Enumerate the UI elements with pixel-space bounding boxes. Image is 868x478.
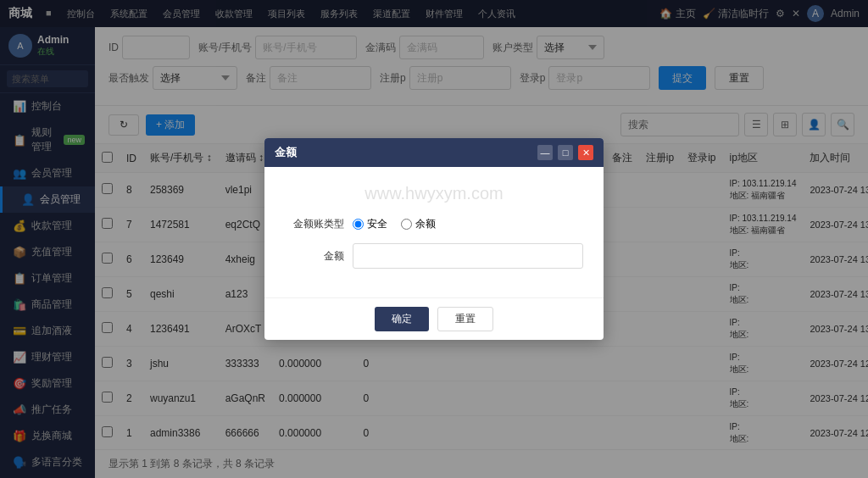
modal-watermark: www.hwyxym.com [285, 184, 583, 203]
modal-close-button[interactable]: ✕ [578, 145, 593, 160]
radio-balance-label: 余额 [415, 217, 436, 231]
modal-reset-button[interactable]: 重置 [437, 307, 493, 331]
radio-balance[interactable]: 余额 [401, 217, 436, 231]
modal-restore-button[interactable]: □ [558, 145, 573, 160]
radio-safe[interactable]: 安全 [353, 217, 387, 231]
modal-amount-type-label: 金额账类型 [285, 217, 344, 231]
modal-footer: 确定 重置 [264, 297, 604, 340]
modal-amount-input[interactable] [353, 243, 583, 269]
modal-radio-group: 安全 余额 [353, 217, 436, 231]
modal-amount-type-group: 金额账类型 安全 余额 [285, 217, 583, 231]
radio-safe-input[interactable] [353, 219, 364, 230]
radio-balance-input[interactable] [401, 219, 412, 230]
modal-submit-button[interactable]: 确定 [375, 307, 429, 331]
modal-title: 金额 [275, 145, 297, 160]
modal-amount-label: 金额 [285, 249, 344, 264]
radio-safe-label: 安全 [367, 217, 387, 231]
modal-header: 金额 — □ ✕ [264, 138, 604, 167]
modal-body: www.hwyxym.com 金额账类型 安全 余额 金额 [264, 167, 604, 297]
modal-overlay[interactable]: 金额 — □ ✕ www.hwyxym.com 金额账类型 安全 余额 [0, 0, 868, 478]
modal-header-actions: — □ ✕ [537, 145, 593, 160]
modal-minimize-button[interactable]: — [537, 145, 553, 160]
modal-dialog: 金额 — □ ✕ www.hwyxym.com 金额账类型 安全 余额 [264, 138, 604, 340]
modal-amount-group: 金额 [285, 243, 583, 269]
